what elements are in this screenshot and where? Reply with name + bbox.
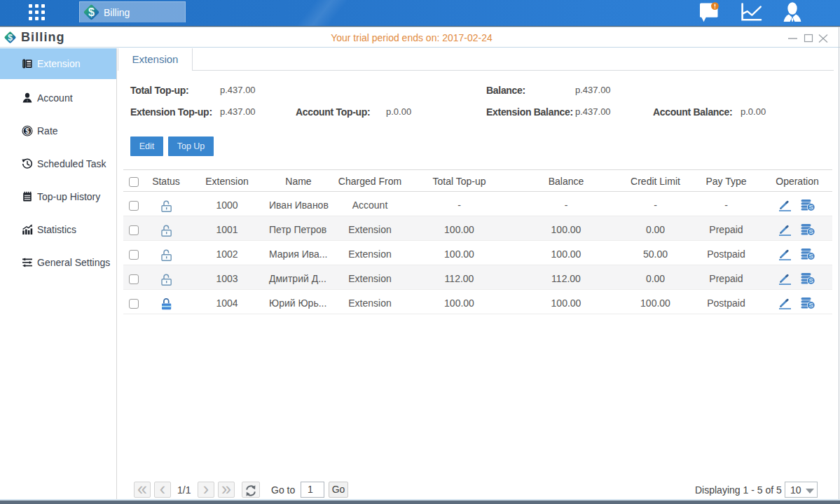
svg-text:$: $ [88,6,95,18]
svg-text:$: $ [25,127,29,134]
